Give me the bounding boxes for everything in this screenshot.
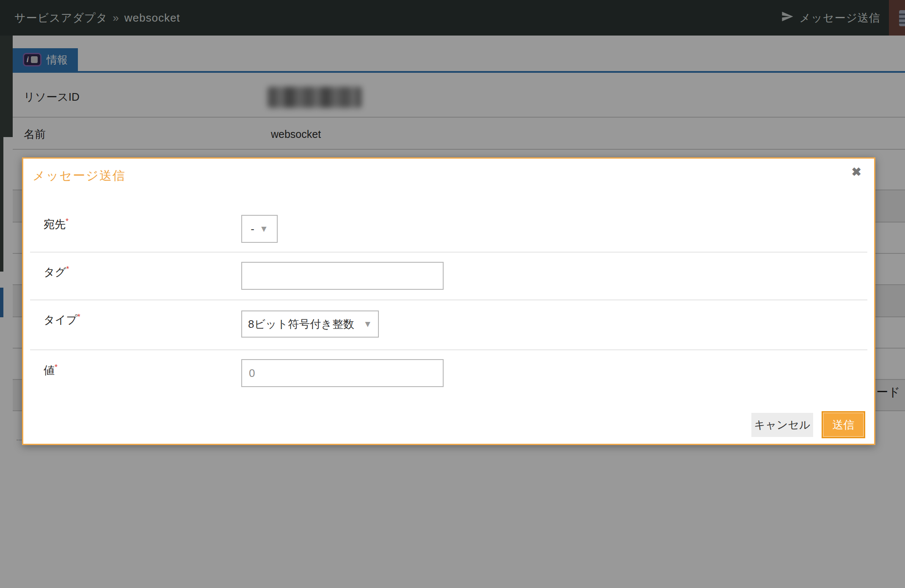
field-separator [30, 349, 867, 350]
field-separator [30, 299, 867, 300]
modal-close-button[interactable]: ✖ [851, 165, 862, 179]
cancel-button[interactable]: キャンセル [751, 413, 813, 437]
field-separator [30, 252, 867, 253]
field-label-text: 値 [44, 364, 55, 376]
type-label: タイプ* [44, 313, 80, 327]
field-label-text: タグ [44, 266, 66, 278]
select-value: - [251, 223, 254, 236]
value-label: 値* [44, 363, 58, 378]
type-select[interactable]: 8ビット符号付き整数 ▼ [241, 310, 379, 338]
select-value: 8ビット符号付き整数 [248, 317, 354, 332]
send-message-modal: メッセージ送信 ✖ 宛先* - ▼ タグ* タイプ* 8ビット符号付き整数 ▼ [22, 157, 875, 445]
destination-select[interactable]: - ▼ [241, 215, 278, 243]
app-screen: サービスアダプタ » websocket メッセージ送信 i 情報 リソースID… [0, 0, 905, 588]
field-label-text: 宛先 [44, 218, 66, 231]
chevron-down-icon: ▼ [259, 224, 268, 234]
required-asterisk: * [66, 217, 69, 225]
required-asterisk: * [77, 313, 80, 321]
submit-button[interactable]: 送信 [822, 411, 865, 438]
tag-input[interactable] [241, 262, 444, 290]
chevron-down-icon: ▼ [363, 319, 372, 329]
destination-label: 宛先* [44, 217, 69, 232]
field-label-text: タイプ [44, 313, 77, 326]
required-asterisk: * [66, 265, 69, 273]
value-input[interactable] [241, 359, 444, 387]
tag-label: タグ* [44, 265, 69, 280]
modal-title: メッセージ送信 [33, 168, 126, 184]
required-asterisk: * [55, 363, 58, 371]
close-icon: ✖ [852, 165, 861, 179]
